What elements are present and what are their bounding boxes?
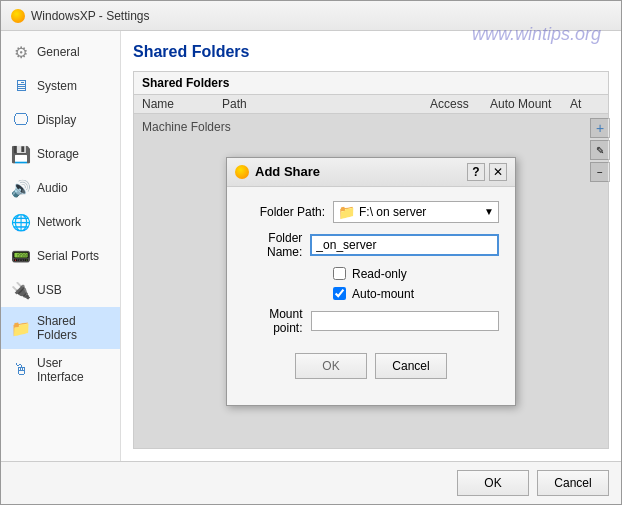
dialog-buttons: OK Cancel: [243, 343, 499, 391]
sidebar-label-user-interface: User Interface: [37, 356, 110, 384]
col-path: Path: [222, 97, 430, 111]
col-access: Access: [430, 97, 490, 111]
dialog-title-controls: ? ✕: [467, 163, 507, 181]
dialog-title-bar: Add Share ? ✕: [227, 158, 515, 187]
dialog-close-button[interactable]: ✕: [489, 163, 507, 181]
app-icon: [11, 9, 25, 23]
storage-icon: 💾: [11, 144, 31, 164]
title-bar: WindowsXP - Settings www.wintips.org: [1, 1, 621, 31]
dialog-ok-button[interactable]: OK: [295, 353, 367, 379]
sidebar-item-shared-folders[interactable]: 📁 Shared Folders: [1, 307, 120, 349]
dialog-body: Folder Path: 📁 F:\ on server ▼: [227, 187, 515, 405]
sidebar-item-system[interactable]: 🖥 System: [1, 69, 120, 103]
automount-row: Auto-mount: [243, 287, 499, 301]
sf-column-headers: Name Path Access Auto Mount At: [134, 95, 608, 114]
cancel-button[interactable]: Cancel: [537, 470, 609, 496]
sidebar-label-shared-folders: Shared Folders: [37, 314, 110, 342]
ui-icon: 🖱: [11, 360, 31, 380]
add-share-dialog: Add Share ? ✕ Folder Path:: [226, 157, 516, 406]
col-name: Name: [142, 97, 222, 111]
readonly-row: Read-only: [243, 267, 499, 281]
folder-path-dropdown[interactable]: ▼: [484, 206, 494, 217]
sidebar-label-general: General: [37, 45, 80, 59]
usb-icon: 🔌: [11, 280, 31, 300]
dialog-title-left: Add Share: [235, 164, 320, 179]
display-icon: 🖵: [11, 110, 31, 130]
audio-icon: 🔊: [11, 178, 31, 198]
sidebar-label-audio: Audio: [37, 181, 68, 195]
sidebar-label-system: System: [37, 79, 77, 93]
sidebar-item-display[interactable]: 🖵 Display: [1, 103, 120, 137]
dialog-cancel-button[interactable]: Cancel: [375, 353, 447, 379]
folder-name-row: Folder Name:: [243, 231, 499, 259]
window-title: WindowsXP - Settings: [31, 9, 150, 23]
sidebar-label-storage: Storage: [37, 147, 79, 161]
readonly-label: Read-only: [352, 267, 407, 281]
sidebar-item-usb[interactable]: 🔌 USB: [1, 273, 120, 307]
sidebar-label-network: Network: [37, 215, 81, 229]
mount-point-label: Mount point:: [243, 307, 311, 335]
sidebar-item-general[interactable]: ⚙ General: [1, 35, 120, 69]
main-area: ⚙ General 🖥 System 🖵 Display 💾 Storage 🔊…: [1, 31, 621, 461]
sidebar: ⚙ General 🖥 System 🖵 Display 💾 Storage 🔊…: [1, 31, 121, 461]
folder-name-label: Folder Name:: [243, 231, 310, 259]
sidebar-item-audio[interactable]: 🔊 Audio: [1, 171, 120, 205]
main-window: WindowsXP - Settings www.wintips.org ⚙ G…: [0, 0, 622, 505]
network-icon: 🌐: [11, 212, 31, 232]
page-title: Shared Folders: [133, 43, 609, 61]
dialog-overlay: Add Share ? ✕ Folder Path:: [134, 114, 608, 448]
dialog-title: Add Share: [255, 164, 320, 179]
sidebar-item-user-interface[interactable]: 🖱 User Interface: [1, 349, 120, 391]
general-icon: ⚙: [11, 42, 31, 62]
folder-name-input[interactable]: [310, 234, 499, 256]
folder-path-value: F:\ on server: [359, 205, 480, 219]
mount-point-input[interactable]: [311, 311, 500, 331]
shared-folders-panel: Shared Folders Name Path Access Auto Mou…: [133, 71, 609, 449]
content-area: Shared Folders Shared Folders Name Path …: [121, 31, 621, 461]
sidebar-label-usb: USB: [37, 283, 62, 297]
sidebar-label-serial-ports: Serial Ports: [37, 249, 99, 263]
folder-path-control[interactable]: 📁 F:\ on server ▼: [333, 201, 499, 223]
readonly-checkbox[interactable]: [333, 267, 346, 280]
folder-path-icon: 📁: [338, 204, 355, 220]
folder-path-row: Folder Path: 📁 F:\ on server ▼: [243, 201, 499, 223]
shared-folders-icon: 📁: [11, 318, 31, 338]
mount-point-row: Mount point:: [243, 307, 499, 335]
folder-path-label: Folder Path:: [243, 205, 333, 219]
sidebar-item-network[interactable]: 🌐 Network: [1, 205, 120, 239]
sidebar-item-serial-ports[interactable]: 📟 Serial Ports: [1, 239, 120, 273]
system-icon: 🖥: [11, 76, 31, 96]
col-at: At: [570, 97, 600, 111]
bottom-bar: OK Cancel: [1, 461, 621, 504]
automount-label: Auto-mount: [352, 287, 414, 301]
serial-icon: 📟: [11, 246, 31, 266]
dialog-icon: [235, 165, 249, 179]
ok-button[interactable]: OK: [457, 470, 529, 496]
sidebar-item-storage[interactable]: 💾 Storage: [1, 137, 120, 171]
automount-checkbox[interactable]: [333, 287, 346, 300]
sf-section-header: Shared Folders: [134, 72, 608, 95]
dialog-help-button[interactable]: ?: [467, 163, 485, 181]
sidebar-label-display: Display: [37, 113, 76, 127]
col-auto-mount: Auto Mount: [490, 97, 570, 111]
